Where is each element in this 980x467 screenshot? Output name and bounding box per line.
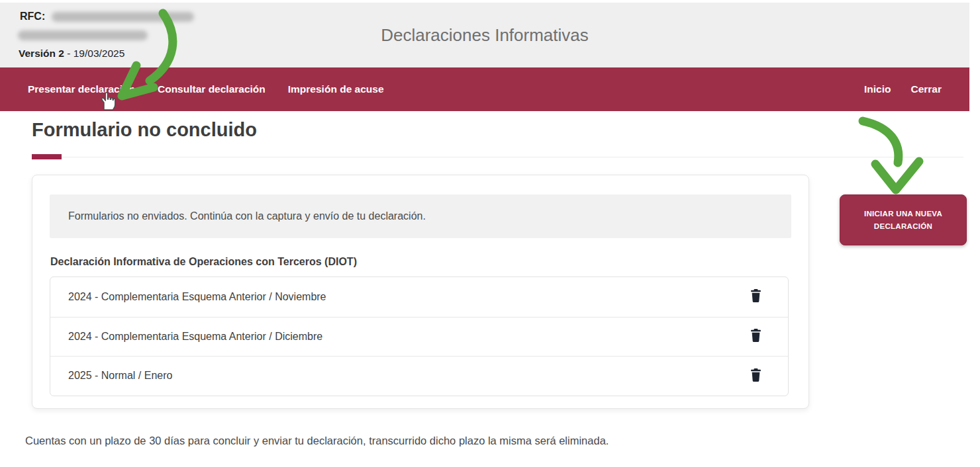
title-divider [32, 157, 963, 157]
version-date: - 19/03/2025 [64, 48, 124, 59]
declarations-list: 2024 - Complementaria Esquema Anterior /… [50, 276, 789, 396]
pending-forms-card: Formularios no enviados. Continúa con la… [32, 175, 809, 409]
delete-declaration-button[interactable] [747, 288, 764, 306]
green-arrow-icon [863, 121, 919, 190]
diot-list-title: Declaración Informativa de Operaciones c… [50, 256, 808, 268]
navbar-left: Presentar declaración Consultar declarac… [28, 83, 384, 95]
delete-declaration-button[interactable] [747, 367, 764, 384]
page-title: Formulario no concluido [32, 119, 257, 141]
top-header: RFC: Versión 2 - 19/03/2025 Declaracione… [0, 3, 969, 67]
declaration-row-2024-noviembre[interactable]: 2024 - Complementaria Esquema Anterior /… [50, 277, 788, 317]
rfc-line: RFC: [20, 11, 194, 22]
iniciar-nueva-declaracion-label: INICIAR UNA NUEVA DECLARACIÓN [861, 208, 945, 232]
declaration-row-label: 2024 - Complementaria Esquema Anterior /… [68, 331, 322, 343]
iniciar-nueva-declaracion-button[interactable]: INICIAR UNA NUEVA DECLARACIÓN [840, 194, 967, 245]
footer-note: Cuentas con un plazo de 30 días para con… [25, 435, 609, 447]
version-label: Versión 2 [19, 48, 64, 59]
declaration-row-2025-enero[interactable]: 2025 - Normal / Enero [50, 356, 788, 396]
declaration-row-label: 2025 - Normal / Enero [68, 370, 172, 382]
nav-item-cerrar[interactable]: Cerrar [910, 83, 942, 95]
navbar-right: Inicio Cerrar [864, 83, 942, 95]
nav-item-consultar-declaracion[interactable]: Consultar declaración [158, 83, 266, 95]
version-line: Versión 2 - 19/03/2025 [19, 48, 124, 60]
main-navbar: Presentar declaración Consultar declarac… [0, 67, 969, 111]
trash-icon [750, 288, 762, 305]
trash-icon [750, 368, 762, 384]
nav-item-presentar-declaracion[interactable]: Presentar declaración [28, 83, 135, 95]
declaration-row-label: 2024 - Complementaria Esquema Anterior /… [68, 291, 326, 303]
info-message-box: Formularios no enviados. Continúa con la… [50, 194, 791, 238]
nav-item-inicio[interactable]: Inicio [864, 83, 891, 95]
rfc-value-redacted [52, 12, 194, 22]
delete-declaration-button[interactable] [747, 328, 764, 345]
title-divider-accent [32, 154, 62, 159]
declaration-row-2024-diciembre[interactable]: 2024 - Complementaria Esquema Anterior /… [50, 317, 788, 357]
rfc-label: RFC: [20, 11, 45, 22]
nav-item-impresion-de-acuse[interactable]: Impresión de acuse [288, 83, 384, 95]
app-title: Declaraciones Informativas [0, 25, 969, 46]
declaraciones-informativas-app: RFC: Versión 2 - 19/03/2025 Declaracione… [0, 0, 980, 467]
info-message-text: Formularios no enviados. Continúa con la… [68, 210, 426, 222]
trash-icon [750, 328, 762, 345]
